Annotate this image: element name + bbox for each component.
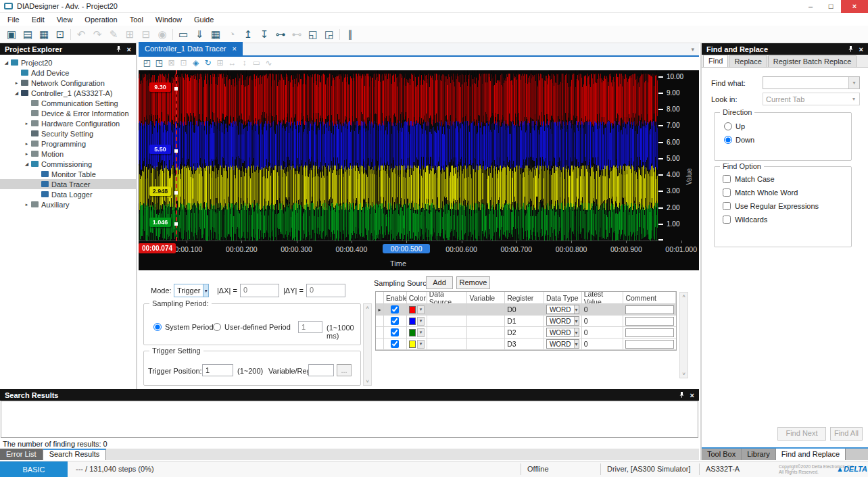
export-screen-icon[interactable]: ◱ — [305, 28, 321, 41]
tree-item-programming[interactable]: ▸Programming — [0, 139, 136, 149]
tree-item-data-logger[interactable]: Data Logger — [0, 189, 136, 199]
register-cell[interactable]: D1 — [505, 316, 544, 326]
new-project-icon[interactable]: ▣ — [3, 28, 20, 41]
tab-replace[interactable]: Replace — [729, 55, 767, 67]
tab-search-results[interactable]: Search Results — [43, 449, 107, 460]
tab-close-icon[interactable]: × — [232, 45, 236, 53]
data-type-select[interactable]: WORD▾ — [546, 339, 579, 349]
chart-cursor-line[interactable] — [176, 70, 177, 241]
comment-input[interactable] — [625, 340, 674, 349]
scroll-down-icon[interactable]: ˅ — [366, 378, 369, 384]
tree-item-device-error-information[interactable]: Device & Error Information — [0, 108, 136, 118]
tab-error-list[interactable]: Error List — [0, 449, 43, 460]
use-regular-expressions-checkbox[interactable]: Use Regular Expressions — [723, 202, 819, 210]
direction-up-input[interactable] — [724, 122, 732, 130]
trace-plot-canvas[interactable] — [139, 70, 658, 241]
direction-down-radio[interactable]: Down — [724, 136, 754, 144]
dropdown-icon[interactable]: ▾ — [574, 328, 579, 336]
data-type-select[interactable]: WORD▾ — [546, 328, 579, 337]
tab-find[interactable]: Find — [703, 55, 728, 67]
trace-chart[interactable]: 10.009.008.007.006.005.004.003.002.001.0… — [139, 70, 699, 270]
system-period-input[interactable] — [153, 323, 162, 331]
search-results-list[interactable] — [1, 401, 698, 438]
tab-tool-box[interactable]: Tool Box — [702, 449, 742, 460]
menu-file[interactable]: File — [1, 14, 26, 25]
direction-down-input[interactable] — [724, 136, 732, 144]
dropdown-icon[interactable]: ▾ — [574, 340, 579, 348]
find-what-combo[interactable]: ▾ — [763, 76, 860, 89]
register-cell[interactable]: D2 — [505, 327, 544, 338]
register-cell[interactable]: D3 — [505, 338, 544, 349]
cursor-handle[interactable] — [174, 149, 178, 153]
minimize-button[interactable]: – — [800, 0, 821, 13]
match-whole-word-checkbox[interactable]: Match Whole Word — [723, 189, 798, 197]
user-period-input[interactable] — [213, 323, 221, 331]
download-icon[interactable]: ↧ — [256, 28, 272, 41]
dropdown-icon[interactable]: ▾ — [848, 77, 859, 89]
variable-cell[interactable] — [467, 304, 505, 315]
row-selector-cell[interactable] — [376, 338, 384, 349]
save-all-icon[interactable]: ⊡ — [52, 28, 68, 41]
import-screen-icon[interactable]: ◲ — [321, 28, 337, 41]
enable-checkbox[interactable] — [391, 305, 399, 313]
online-monitor-icon[interactable]: ▭ — [175, 28, 191, 41]
export-trace-icon[interactable]: ◳ — [153, 58, 165, 68]
tab-register-batch-replace[interactable]: Register Batch Replace — [768, 55, 857, 67]
tree-item-network-configuration[interactable]: ▸Network Configuration — [0, 78, 136, 88]
connect-icon[interactable]: ⊶ — [272, 28, 289, 41]
wildcards-input[interactable] — [723, 216, 731, 224]
maximize-button[interactable]: □ — [821, 0, 841, 13]
variable-cell[interactable] — [467, 327, 505, 338]
open-project-icon[interactable]: ▤ — [20, 28, 36, 41]
dropdown-icon[interactable]: ▾ — [574, 305, 579, 313]
cursor-handle[interactable] — [174, 87, 178, 91]
tree-item-data-tracer[interactable]: Data Tracer — [0, 179, 136, 189]
dropdown-icon[interactable]: ▾ — [848, 93, 859, 105]
table-row[interactable]: ▾D2WORD▾0 — [376, 327, 676, 338]
controls-scrollbar[interactable]: ˄ ˅ — [363, 303, 372, 386]
tree-item-project20[interactable]: ◢Project20 — [0, 57, 136, 68]
close-panel-icon[interactable]: × — [127, 45, 131, 53]
data-source-cell[interactable] — [427, 338, 468, 349]
data-source-cell[interactable] — [427, 304, 468, 315]
scroll-down-icon[interactable]: ˅ — [682, 371, 685, 377]
table-row[interactable]: ▾D3WORD▾0 — [376, 338, 676, 350]
expander-icon[interactable]: ◢ — [3, 60, 10, 66]
tab-find-and-replace[interactable]: Find and Replace — [776, 449, 846, 460]
close-panel-icon[interactable]: × — [859, 45, 863, 53]
direction-up-radio[interactable]: Up — [724, 122, 745, 130]
comment-input[interactable] — [625, 328, 674, 337]
tree-item-motion[interactable]: ▸Motion — [0, 149, 136, 159]
x-tick-label-selected[interactable]: 00:00.500 — [383, 244, 430, 253]
variable-cell[interactable] — [467, 316, 505, 326]
tree-item-hardware-configuration[interactable]: ▸Hardware Configuration — [0, 118, 136, 128]
remove-button[interactable]: Remove — [456, 276, 490, 289]
system-period-radio[interactable]: System Period — [153, 323, 214, 331]
tree-item-communication-setting[interactable]: Communication Setting — [0, 98, 136, 108]
cursor-handle[interactable] — [174, 222, 178, 226]
data-source-cell[interactable] — [427, 327, 468, 338]
color-dropdown-icon[interactable]: ▾ — [417, 340, 424, 349]
expander-icon[interactable]: ▸ — [23, 202, 30, 207]
cursor-handle[interactable] — [174, 191, 178, 195]
enable-checkbox[interactable] — [391, 328, 399, 336]
tree-item-controller-1-as332t-a[interactable]: ◢Controller_1 (AS332T-A) — [0, 88, 136, 98]
match-whole-word-input[interactable] — [723, 189, 731, 197]
look-in-combo[interactable]: Current Tab ▾ — [763, 93, 860, 105]
expander-icon[interactable]: ◢ — [23, 161, 30, 167]
add-button[interactable]: Add — [426, 276, 453, 289]
upload-icon[interactable]: ↥ — [240, 28, 256, 41]
color-dropdown-icon[interactable]: ▾ — [417, 305, 424, 314]
pin-icon[interactable] — [848, 46, 854, 52]
scroll-up-icon[interactable]: ˄ — [366, 305, 369, 311]
tab-library[interactable]: Library — [742, 449, 776, 460]
table-row[interactable]: ▾D1WORD▾0 — [376, 316, 676, 327]
wildcards-checkbox[interactable]: Wildcards — [723, 216, 767, 224]
mode-select[interactable]: Trigger ▾ — [174, 284, 209, 297]
dropdown-icon[interactable]: ▾ — [203, 284, 208, 297]
tab-controller1-data-tracer[interactable]: Controller_1 Data Tracer × — [139, 42, 243, 55]
color-dropdown-icon[interactable]: ▾ — [417, 328, 424, 337]
match-case-input[interactable] — [723, 175, 731, 183]
tree-item-monitor-table[interactable]: Monitor Table — [0, 169, 136, 179]
trigger-position-input[interactable]: 1 — [202, 364, 233, 376]
